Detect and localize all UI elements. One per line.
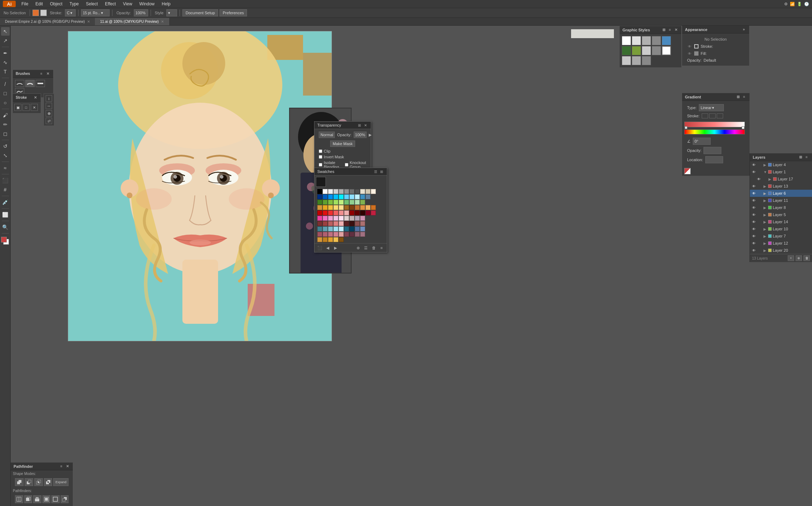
gs-6[interactable] <box>632 46 641 55</box>
invert-mask-checkbox[interactable] <box>319 155 322 159</box>
pf-outline[interactable] <box>51 495 60 503</box>
gs-5[interactable] <box>622 46 631 55</box>
layer-expand-8[interactable]: ▶ <box>763 206 767 210</box>
tab-close-2[interactable]: ✕ <box>161 20 164 24</box>
swatches-prev[interactable]: ◀ <box>324 245 331 251</box>
swatch-teal-3[interactable] <box>328 226 333 231</box>
swatch-muted-1[interactable] <box>317 232 322 237</box>
swatch-red-11[interactable] <box>371 210 376 215</box>
stroke-visibility[interactable]: 👁 <box>687 44 692 49</box>
graphic-styles-expand[interactable]: ⊞ <box>661 27 666 32</box>
stroke-dropdown[interactable]: C▾ <box>65 9 76 16</box>
swatch-gold-4[interactable] <box>333 237 338 242</box>
layer-vis-5[interactable]: 👁 <box>751 212 756 217</box>
layer-lock-20[interactable] <box>757 248 762 253</box>
paintbrush-tool[interactable]: 🖌 <box>1 111 10 119</box>
swatches-swatch-lib[interactable]: ☰ <box>363 245 369 251</box>
swatch-red-8[interactable] <box>355 210 360 215</box>
swatch-pink-3[interactable] <box>328 216 333 221</box>
layer-vis-13[interactable]: 👁 <box>751 184 756 189</box>
fill-visibility[interactable]: 👁 <box>687 51 692 56</box>
layer-expand-6[interactable]: ▶ <box>763 191 767 195</box>
swatch-muted-3[interactable] <box>328 232 333 237</box>
hue-slider[interactable] <box>684 129 745 134</box>
swatch-gold-2[interactable] <box>323 237 328 242</box>
layer-lock-8[interactable] <box>757 205 762 210</box>
gradient-bar[interactable] <box>684 122 745 127</box>
gs-11[interactable] <box>632 56 641 65</box>
swatches-grid-view[interactable]: ⊞ <box>379 169 384 174</box>
pf-divide[interactable] <box>15 495 23 503</box>
mesh-tool[interactable]: # <box>1 185 10 194</box>
swatch-green-5[interactable] <box>339 200 344 205</box>
brush-panel-menu[interactable]: ≡ <box>39 71 44 76</box>
swatch-orange-10[interactable] <box>365 205 370 210</box>
menu-select[interactable]: Select <box>82 1 101 7</box>
swatch-pink-6[interactable] <box>344 216 349 221</box>
swatch-blue-8[interactable] <box>355 194 360 199</box>
layers-menu[interactable]: ≡ <box>804 155 809 160</box>
layer-row-5[interactable]: 👁 ▶ Layer 5 <box>750 211 812 218</box>
swatches-next[interactable]: ▶ <box>332 245 339 251</box>
menu-object[interactable]: Object <box>46 1 66 7</box>
clip-checkbox[interactable] <box>319 149 322 153</box>
swatch-orange-1[interactable] <box>317 205 322 210</box>
artboard-tool[interactable]: ⬜ <box>1 210 10 219</box>
stroke-swatch[interactable] <box>40 10 47 16</box>
menu-type[interactable]: Type <box>66 1 82 7</box>
layer-lock-11[interactable] <box>757 198 762 203</box>
layer-lock-13[interactable] <box>757 184 762 189</box>
layer-expand-12[interactable]: ▶ <box>763 241 767 245</box>
layer-vis-14[interactable]: 👁 <box>751 219 756 224</box>
stroke-none-btn[interactable]: ✕ <box>31 104 38 111</box>
gs-3[interactable] <box>652 36 661 45</box>
layer-row-6[interactable]: 👁 ▶ Layer 6 <box>750 190 812 197</box>
swatch-blue-1[interactable] <box>317 194 322 199</box>
swatch-brown-7[interactable] <box>349 221 354 226</box>
pf-minus-back[interactable] <box>61 495 69 503</box>
layer-row-20[interactable]: 👁 ▶ Layer 20 <box>750 247 812 254</box>
swatch-gray-6[interactable] <box>355 189 360 194</box>
swatch-orange-3[interactable] <box>328 205 333 210</box>
gradient-type-dropdown[interactable]: Linear▾ <box>699 104 724 111</box>
swatch-gray-4[interactable] <box>344 189 349 194</box>
transform-btn-3[interactable]: ⊕ <box>46 110 52 117</box>
layer-vis-10[interactable]: 👁 <box>751 226 756 231</box>
opacity-input[interactable]: 100% <box>134 9 148 16</box>
stroke-fill-btn[interactable]: ▣ <box>14 104 21 111</box>
line-tool[interactable]: / <box>1 80 10 88</box>
swatch-brown-8[interactable] <box>355 221 360 226</box>
gradient-icon-1[interactable] <box>702 113 708 118</box>
warp-tool[interactable]: ≈ <box>1 164 10 172</box>
swatch-red-3[interactable] <box>328 210 333 215</box>
brush-panel-close[interactable]: ✕ <box>45 71 50 76</box>
menu-window[interactable]: Window <box>136 1 158 7</box>
gs-10[interactable] <box>622 56 631 65</box>
swatch-red-4[interactable] <box>333 210 338 215</box>
swatch-teal-9[interactable] <box>360 226 365 231</box>
swatch-brown-5[interactable] <box>339 221 344 226</box>
layer-vis-1[interactable]: 👁 <box>751 169 756 174</box>
expand-button[interactable]: Expand <box>53 478 69 486</box>
swatch-teal-4[interactable] <box>333 226 338 231</box>
pf-intersect[interactable] <box>34 478 43 486</box>
swatch-red-6[interactable] <box>344 210 349 215</box>
swatch-gray-5[interactable] <box>349 189 354 194</box>
swatch-muted-2[interactable] <box>323 232 328 237</box>
ellipse-tool[interactable]: ○ <box>1 98 10 107</box>
layer-expand-14[interactable]: ▶ <box>763 220 767 224</box>
gradient-icon-3[interactable] <box>717 113 723 118</box>
layer-row-17[interactable]: 👁 ▶ Layer 17 <box>750 175 812 183</box>
gradient-preview-swatch[interactable] <box>684 168 691 174</box>
pf-exclude[interactable] <box>44 478 52 486</box>
layer-expand-11[interactable]: ▶ <box>763 199 767 203</box>
gradient-menu[interactable]: ≡ <box>742 94 747 99</box>
layer-vis-7[interactable]: 👁 <box>751 234 756 239</box>
layer-vis-4[interactable]: 👁 <box>751 162 756 167</box>
gs-4[interactable] <box>662 36 671 45</box>
tab-2[interactable]: 11.ai @ 100% (CMYK/GPU Preview) ✕ <box>95 18 169 25</box>
rotate-tool[interactable]: ↺ <box>1 142 10 150</box>
layer-expand-10[interactable]: ▶ <box>763 227 767 231</box>
swatch-teal-8[interactable] <box>355 226 360 231</box>
swatch-warm-2[interactable] <box>365 189 370 194</box>
